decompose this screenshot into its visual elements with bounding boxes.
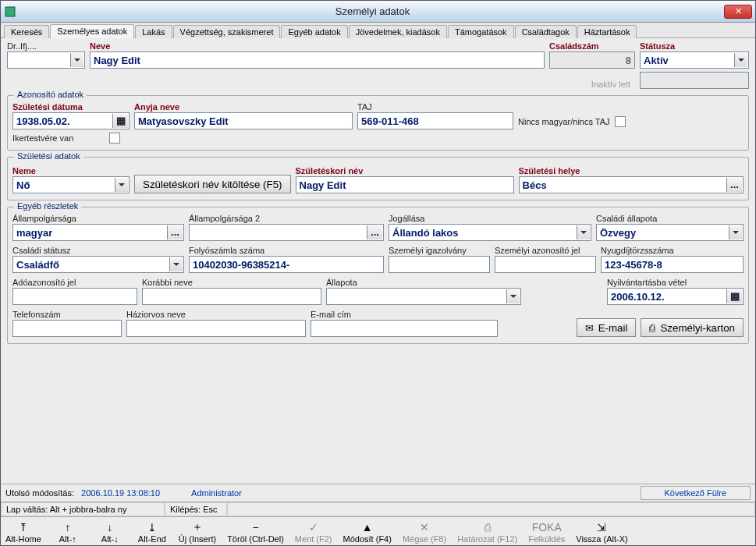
- account-label: Folyószámla száma: [189, 246, 384, 255]
- twin-label: Ikertestvére van: [12, 133, 73, 143]
- group-legend: Azonosító adatok: [14, 90, 87, 99]
- mother-input[interactable]: [134, 112, 353, 129]
- allapot-dropdown[interactable]: [326, 288, 521, 305]
- svg-rect-0: [5, 7, 15, 16]
- ellipsis-icon[interactable]: ...: [726, 178, 742, 192]
- calendar-icon[interactable]: ▦: [726, 289, 742, 303]
- group-egyeb: Egyéb részletek Állampolgársága magyar .…: [7, 207, 749, 344]
- tab-egy-b-adatok[interactable]: Egyéb adatok: [281, 25, 347, 38]
- ellipsis-icon[interactable]: ...: [367, 225, 382, 239]
- citizenship-input[interactable]: magyar ...: [12, 224, 184, 241]
- group-legend: Születési adatok: [14, 151, 83, 161]
- toolbar-label: Határozat (F12): [457, 534, 517, 544]
- allapot-label: Állapota: [326, 278, 521, 287]
- familynum-box: 8: [549, 51, 635, 69]
- chevron-down-icon[interactable]: [506, 289, 520, 303]
- toolbar-alt-end[interactable]: ⤓Alt-End: [137, 520, 168, 544]
- name-input[interactable]: [90, 51, 545, 69]
- prefix-dropdown[interactable]: [7, 51, 85, 69]
- birthname-input[interactable]: [296, 176, 514, 193]
- account-input[interactable]: [189, 256, 384, 273]
- marital-dropdown[interactable]: Özvegy: [596, 224, 744, 241]
- phone-label: Telefonszám: [12, 310, 122, 319]
- toolbar-alt-[interactable]: ↑Alt-↑: [52, 520, 83, 544]
- window-title: Személyi adatok: [21, 5, 724, 17]
- toolbar-t-r-l-ctrl-del-[interactable]: −Töröl (Ctrl-Del): [227, 520, 284, 544]
- status-label: Státusza: [640, 41, 749, 51]
- personid-input[interactable]: [495, 256, 596, 273]
- no-taj-label: Nincs magyar/nincs TAJ: [518, 117, 610, 126]
- group-legend: Egyéb részletek: [14, 201, 81, 211]
- hint-exit: Kilépés: Esc: [165, 502, 227, 516]
- status-dropdown[interactable]: Aktív: [640, 51, 749, 69]
- taxid-input[interactable]: [12, 288, 137, 305]
- toolbar-label: Vissza (Alt-X): [576, 534, 627, 544]
- toolbar-alt-[interactable]: ↓Alt-↓: [94, 520, 126, 544]
- chevron-down-icon[interactable]: [70, 53, 83, 67]
- chevron-down-icon[interactable]: [734, 53, 747, 67]
- tab-keres-s[interactable]: Keresés: [4, 25, 49, 38]
- toolbar-icon: ✕: [420, 520, 429, 534]
- citizenship2-input[interactable]: ...: [189, 224, 384, 241]
- hint-lap: Lap váltás: Alt + jobbra-balra ny: [1, 502, 165, 516]
- tab-h-ztart-sok[interactable]: Háztartások: [577, 25, 637, 38]
- pension-input[interactable]: [601, 256, 744, 273]
- taj-input[interactable]: [357, 112, 513, 129]
- print-icon: ⎙: [649, 322, 655, 334]
- inaktiv-label: Inaktív lett: [591, 80, 630, 89]
- prevname-input[interactable]: [142, 288, 321, 305]
- close-button[interactable]: ✕: [724, 5, 752, 19]
- toolbar--j-insert-[interactable]: ＋Új (Insert): [179, 520, 216, 544]
- toolbar-vissza-alt-x-[interactable]: ⇲Vissza (Alt-X): [576, 520, 627, 544]
- user-label: Administrator: [191, 488, 242, 498]
- toolbar-icon: ↓: [107, 520, 112, 534]
- chevron-down-icon[interactable]: [115, 178, 128, 192]
- birthdate-input[interactable]: 1938.05.02. ▦: [12, 112, 130, 129]
- next-tab-button[interactable]: Következő Fülre: [641, 486, 751, 500]
- ellipsis-icon[interactable]: ...: [167, 225, 183, 239]
- toolbar-m-dos-t-f4-[interactable]: ▲Módosít (F4): [343, 520, 392, 544]
- tab-csal-dtagok[interactable]: Családtagok: [515, 25, 577, 38]
- tab-lak-s[interactable]: Lakás: [135, 25, 172, 38]
- birthplace-input[interactable]: Bécs ...: [519, 176, 744, 193]
- toolbar-icon: ⤓: [147, 520, 157, 534]
- mother-label: Anyja neve: [134, 102, 353, 112]
- tab-t-mogat-sok[interactable]: Támogatások: [448, 25, 514, 38]
- familystatus-label: Családi státusz: [12, 246, 184, 255]
- tab-szem-lyes-adatok[interactable]: Személyes adatok: [50, 24, 134, 38]
- idcard-input[interactable]: [389, 256, 490, 273]
- toolbar-alt-home[interactable]: ⤒Alt-Home: [5, 520, 41, 544]
- toolbar-label: Módosít (F4): [343, 534, 392, 544]
- calendar-icon[interactable]: ▦: [112, 114, 128, 128]
- tab-v-gzetts-g-szakismeret[interactable]: Végzettség, szakismeret: [173, 25, 281, 38]
- toolbar-m-gse-f8-: ✕Mégse (F8): [403, 520, 446, 544]
- neme-dropdown[interactable]: Nő: [12, 176, 130, 193]
- bottom-toolbar: ⤒Alt-Home↑Alt-↑↓Alt-↓⤓Alt-End＋Új (Insert…: [1, 516, 755, 545]
- app-icon: [4, 5, 16, 18]
- email-button[interactable]: ✉ E-mail: [577, 318, 637, 337]
- personal-card-button[interactable]: ⎙ Személyi-karton: [641, 318, 744, 337]
- chevron-down-icon[interactable]: [729, 225, 742, 239]
- toolbar-label: Új (Insert): [179, 534, 216, 544]
- registered-input[interactable]: 2006.10.12. ▦: [607, 288, 744, 305]
- email-input[interactable]: [311, 320, 498, 337]
- toolbar-icon: ⇲: [597, 520, 606, 534]
- twin-checkbox[interactable]: [109, 133, 120, 144]
- phone-input[interactable]: [12, 320, 122, 337]
- chevron-down-icon[interactable]: [577, 225, 590, 239]
- toolbar-icon: ▲: [362, 520, 373, 534]
- doctor-input[interactable]: [126, 320, 306, 337]
- familystatus-dropdown[interactable]: Családfő: [12, 256, 184, 273]
- idcard-label: Személyi igazolvány: [389, 246, 490, 255]
- group-azonosito: Azonosító adatok Születési dátuma 1938.0…: [7, 95, 749, 151]
- no-taj-checkbox[interactable]: [615, 116, 626, 127]
- tab-j-vedelmek-kiad-sok[interactable]: Jövedelmek, kiadások: [349, 25, 447, 38]
- jogallas-dropdown[interactable]: Állandó lakos: [389, 224, 591, 241]
- email-label: E-mail cím: [311, 310, 498, 319]
- toolbar-icon: ✓: [309, 520, 318, 534]
- birthplace-label: Születési helye: [519, 166, 744, 176]
- neme-label: Neme: [12, 166, 130, 176]
- chevron-down-icon[interactable]: [169, 257, 183, 271]
- toolbar-label: Alt-End: [138, 534, 166, 544]
- fill-birthname-button[interactable]: Születéskori név kitöltése (F5): [134, 175, 291, 193]
